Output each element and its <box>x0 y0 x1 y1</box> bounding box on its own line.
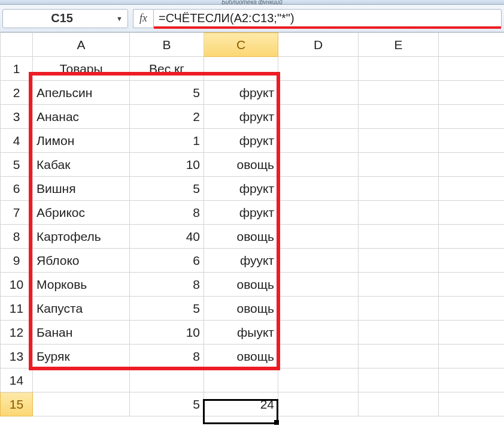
cell-C11[interactable]: овощь <box>204 297 278 321</box>
name-box[interactable]: C15 ▼ <box>2 9 128 28</box>
row-header[interactable]: 3 <box>1 105 33 129</box>
cell-D12[interactable] <box>278 321 359 345</box>
cell-E5[interactable] <box>359 153 439 177</box>
cell-B3[interactable]: 2 <box>130 105 204 129</box>
cell-B4[interactable]: 1 <box>130 129 204 153</box>
dropdown-icon[interactable]: ▼ <box>116 15 123 22</box>
cell-A12[interactable]: Банан <box>33 321 130 345</box>
row-header[interactable]: 11 <box>1 297 33 321</box>
col-header-D[interactable]: D <box>278 33 359 57</box>
cell-F6[interactable] <box>439 177 505 201</box>
cell-A6[interactable]: Вишня <box>33 177 130 201</box>
row-header[interactable]: 4 <box>1 129 33 153</box>
row-header[interactable]: 9 <box>1 249 33 273</box>
cell-E1[interactable] <box>359 57 439 81</box>
col-header-B[interactable]: B <box>130 33 204 57</box>
cell-C2[interactable]: фрукт <box>204 81 278 105</box>
cell-D6[interactable] <box>278 177 359 201</box>
cell-F7[interactable] <box>439 201 505 225</box>
cell-A14[interactable] <box>33 368 130 392</box>
cell-C1[interactable] <box>204 57 278 81</box>
cell-D8[interactable] <box>278 225 359 249</box>
cell-E2[interactable] <box>359 81 439 105</box>
cell-F10[interactable] <box>439 273 505 297</box>
cell-F3[interactable] <box>439 105 505 129</box>
cell-F5[interactable] <box>439 153 505 177</box>
cell-A1[interactable]: Товары <box>33 57 130 81</box>
cell-D14[interactable] <box>278 368 359 392</box>
cell-E8[interactable] <box>359 225 439 249</box>
cell-B12[interactable]: 10 <box>130 321 204 345</box>
cell-A3[interactable]: Ананас <box>33 105 130 129</box>
row-header[interactable]: 8 <box>1 225 33 249</box>
cell-C5[interactable]: овощь <box>204 153 278 177</box>
cell-B8[interactable]: 40 <box>130 225 204 249</box>
cell-B1[interactable]: Вес.кг <box>130 57 204 81</box>
cell-F1[interactable] <box>439 57 505 81</box>
cell-A2[interactable]: Апельсин <box>33 81 130 105</box>
cell-B2[interactable]: 5 <box>130 81 204 105</box>
cell-E12[interactable] <box>359 321 439 345</box>
row-header[interactable]: 14 <box>1 368 33 392</box>
cell-D13[interactable] <box>278 345 359 368</box>
cell-F9[interactable] <box>439 249 505 273</box>
cell-E15[interactable] <box>359 392 439 416</box>
cell-E4[interactable] <box>359 129 439 153</box>
cell-D1[interactable] <box>278 57 359 81</box>
cell-F2[interactable] <box>439 81 505 105</box>
cell-E11[interactable] <box>359 297 439 321</box>
cell-C15[interactable]: 24 <box>204 392 278 416</box>
row-header[interactable]: 2 <box>1 81 33 105</box>
cell-E10[interactable] <box>359 273 439 297</box>
cell-F15[interactable] <box>439 392 505 416</box>
cell-A10[interactable]: Морковь <box>33 273 130 297</box>
cell-E7[interactable] <box>359 201 439 225</box>
cell-C10[interactable]: овощь <box>204 273 278 297</box>
row-header[interactable]: 5 <box>1 153 33 177</box>
cell-E9[interactable] <box>359 249 439 273</box>
cell-E6[interactable] <box>359 177 439 201</box>
cell-A11[interactable]: Капуста <box>33 297 130 321</box>
fill-handle[interactable] <box>274 420 279 425</box>
spreadsheet-grid[interactable]: A B C D E 1 Товары Вес.кг 2 Апельсин 5 ф… <box>0 32 504 416</box>
cell-D9[interactable] <box>278 249 359 273</box>
cell-B15[interactable]: 5 <box>130 392 204 416</box>
cell-A13[interactable]: Буряк <box>33 345 130 368</box>
row-header[interactable]: 7 <box>1 201 33 225</box>
cell-F12[interactable] <box>439 321 505 345</box>
row-header[interactable]: 1 <box>1 57 33 81</box>
cell-B14[interactable] <box>130 368 204 392</box>
cell-C3[interactable]: фрукт <box>204 105 278 129</box>
cell-C12[interactable]: фыукт <box>204 321 278 345</box>
row-header[interactable]: 12 <box>1 321 33 345</box>
cell-D4[interactable] <box>278 129 359 153</box>
row-header[interactable]: 6 <box>1 177 33 201</box>
cell-E3[interactable] <box>359 105 439 129</box>
row-header[interactable]: 13 <box>1 345 33 368</box>
row-header[interactable]: 15 <box>1 392 33 416</box>
cell-D7[interactable] <box>278 201 359 225</box>
cell-A15[interactable] <box>33 392 130 416</box>
cell-A8[interactable]: Картофель <box>33 225 130 249</box>
cell-F4[interactable] <box>439 129 505 153</box>
cell-A7[interactable]: Абрикос <box>33 201 130 225</box>
col-header-C[interactable]: C <box>204 33 278 57</box>
cell-D2[interactable] <box>278 81 359 105</box>
cell-C4[interactable]: фрукт <box>204 129 278 153</box>
cell-B10[interactable]: 8 <box>130 273 204 297</box>
col-header-E[interactable]: E <box>359 33 439 57</box>
row-header[interactable]: 10 <box>1 273 33 297</box>
cell-C8[interactable]: овощь <box>204 225 278 249</box>
cell-B6[interactable]: 5 <box>130 177 204 201</box>
cell-F13[interactable] <box>439 345 505 368</box>
select-all-corner[interactable] <box>1 33 33 57</box>
formula-input[interactable]: =СЧЁТЕСЛИ(A2:C13;"*") <box>153 9 502 28</box>
cell-D15[interactable] <box>278 392 359 416</box>
cell-B11[interactable]: 5 <box>130 297 204 321</box>
cell-D10[interactable] <box>278 273 359 297</box>
cell-A4[interactable]: Лимон <box>33 129 130 153</box>
cell-F14[interactable] <box>439 368 505 392</box>
cell-E13[interactable] <box>359 345 439 368</box>
cell-C6[interactable]: фрукт <box>204 177 278 201</box>
cell-C9[interactable]: фуукт <box>204 249 278 273</box>
